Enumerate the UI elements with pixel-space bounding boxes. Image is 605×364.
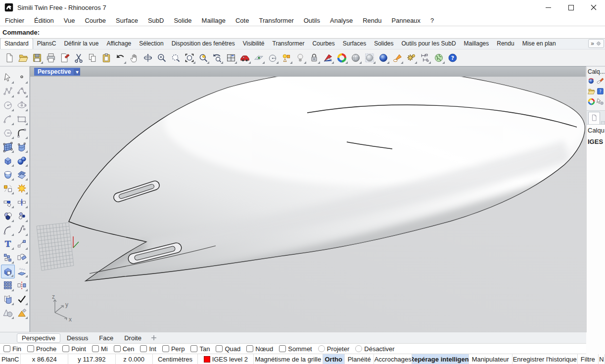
osnap-mi[interactable]: Mi [92, 345, 108, 353]
osnap-proche[interactable]: Proche [27, 345, 56, 353]
zoom-window-icon[interactable] [169, 51, 183, 65]
status-n[interactable]: N [599, 354, 605, 364]
menu-transformer[interactable]: Transformer [254, 16, 298, 25]
menu-item[interactable]: ? [425, 16, 439, 25]
close-button[interactable] [582, 0, 605, 15]
minimize-button[interactable] [537, 0, 559, 15]
osnap-checkbox-n-ud[interactable] [246, 345, 253, 352]
mesh-surface-icon[interactable] [15, 168, 29, 182]
annotate-document-icon[interactable] [58, 51, 72, 65]
osnap-checkbox-perp[interactable] [162, 345, 169, 352]
undo-view-icon[interactable] [210, 51, 224, 65]
toolbar-tab-standard[interactable]: Standard [0, 39, 33, 49]
menu-courbe[interactable]: Courbe [80, 16, 111, 25]
properties-panel-tab[interactable] [588, 112, 600, 124]
polygon-icon[interactable] [1, 126, 15, 140]
viewport-tab-dessus[interactable]: Dessus [62, 334, 93, 342]
pointer-icon[interactable] [1, 71, 15, 85]
check-icon[interactable] [15, 292, 29, 306]
spheres-icon[interactable] [15, 154, 29, 168]
move-icon[interactable] [15, 237, 29, 251]
status-x-86-624[interactable]: x 86.624 [21, 354, 68, 364]
toolbar-tab-plansc[interactable]: PlansC [33, 39, 60, 49]
toolbar-tab-visibilit[interactable]: Visibilité [239, 39, 269, 49]
menu-analyse[interactable]: Analyse [325, 16, 358, 25]
osnap-n-ud[interactable]: Nœud [246, 345, 273, 353]
osnap-cen[interactable]: Cen [114, 345, 135, 353]
rendered-sphere-icon[interactable] [376, 51, 390, 65]
polyline-icon[interactable] [1, 85, 15, 98]
toolbar-tab-surfaces[interactable]: Surfaces [339, 39, 370, 49]
surface-grid-icon[interactable] [1, 140, 15, 154]
print-icon[interactable] [44, 51, 58, 65]
eraser-pen-icon[interactable] [597, 77, 604, 86]
osnap-checkbox-tan[interactable] [190, 345, 197, 352]
circle-icon[interactable] [1, 98, 15, 112]
menu-solide[interactable]: Solide [169, 16, 196, 25]
lock-icon[interactable] [307, 51, 321, 65]
toolbar-tab-s-lection[interactable]: Sélection [135, 39, 167, 49]
panel-tab-partial[interactable] [601, 121, 605, 124]
status-manipulateur[interactable]: Manipulateur [469, 354, 512, 364]
gears-icon[interactable] [404, 51, 418, 65]
menu-outils[interactable]: Outils [299, 16, 325, 25]
status-centim-tres[interactable]: Centimètres [153, 354, 198, 364]
mirror-icon[interactable] [15, 278, 29, 292]
spotlight-icon[interactable] [390, 51, 404, 65]
status-iges-level-2[interactable]: IGES level 2 [198, 354, 254, 364]
ellipse-icon[interactable] [15, 98, 29, 112]
explode-puzzle-icon[interactable] [1, 182, 15, 195]
layer-wedge-icon[interactable] [321, 51, 335, 65]
cplane-icon[interactable] [252, 51, 266, 65]
new-document-icon[interactable] [2, 51, 16, 65]
copy-icon[interactable] [86, 51, 99, 65]
toolbar-tab-rendu[interactable]: Rendu [493, 39, 518, 49]
new-viewport-tab-icon[interactable] [151, 335, 157, 341]
toolbar-tab-disposition-des-fen-tres[interactable]: Disposition des fenêtres [168, 39, 239, 49]
menu-fichier[interactable]: Fichier [0, 16, 29, 25]
osnap-checkbox-point[interactable] [62, 345, 69, 352]
copy-array-icon[interactable] [1, 251, 15, 265]
shaded-sphere-icon[interactable] [349, 51, 363, 65]
render-mesh-icon[interactable] [15, 306, 29, 320]
viewport-tab-perspective[interactable]: Perspective [17, 333, 60, 343]
explode-icon[interactable] [15, 182, 29, 195]
menu-panneaux[interactable]: Panneaux [387, 16, 426, 25]
status-y-117-392[interactable]: y 117.392 [68, 354, 116, 364]
color-wheel-icon[interactable] [335, 51, 349, 65]
osnap-sommet[interactable]: Sommet [279, 345, 312, 353]
menu-rendu[interactable]: Rendu [358, 16, 386, 25]
toolbar-tab-transformer[interactable]: Transformer [269, 39, 309, 49]
viewport-title-menu[interactable]: Perspective ▾ [34, 68, 80, 76]
toolbar-tab-overflow[interactable]: » [588, 39, 604, 48]
curve-icon[interactable] [15, 85, 29, 98]
array-grid-icon[interactable] [1, 278, 15, 292]
car-icon[interactable] [238, 51, 252, 65]
osnap-checkbox-d-sactiver[interactable] [355, 345, 362, 352]
osnap-quad[interactable]: Quad [216, 345, 240, 353]
viewport-tab-droite[interactable]: Droite [120, 334, 146, 342]
save-icon[interactable] [30, 51, 44, 65]
panel-help-icon[interactable]: ? [597, 88, 604, 96]
toolbar-tab-mise-en-plan[interactable]: Mise en plan [518, 39, 560, 49]
extrude-icon[interactable] [15, 265, 29, 278]
osnap-int[interactable]: Int [140, 345, 156, 353]
toolbar-tab-d-finir-la-vue[interactable]: Définir la vue [60, 39, 102, 49]
menu-subd[interactable]: SubD [143, 16, 169, 25]
status-ortho[interactable]: Ortho [323, 354, 345, 364]
select-objects-icon[interactable] [279, 51, 293, 65]
toolbar-tab-maillages[interactable]: Maillages [460, 39, 493, 49]
surface-patch-icon[interactable] [15, 140, 29, 154]
osnap-checkbox-fin[interactable] [3, 345, 10, 352]
menu-maillage[interactable]: Maillage [197, 16, 231, 25]
zoom-selected-icon[interactable] [196, 51, 210, 65]
display-sphere-icon[interactable] [588, 77, 595, 86]
trim-icon[interactable] [1, 195, 15, 209]
layer-color-swatch[interactable] [204, 356, 210, 363]
menu-surface[interactable]: Surface [111, 16, 143, 25]
boolean-intersect-icon[interactable] [15, 209, 29, 223]
panel-tab-calqu[interactable]: Calqu [586, 125, 605, 136]
osnap-checkbox-sommet[interactable] [279, 345, 286, 352]
panel-tab-iges[interactable]: IGES [586, 136, 605, 147]
toolbar-tab-outils-pour-les-subd[interactable]: Outils pour les SubD [398, 39, 460, 49]
